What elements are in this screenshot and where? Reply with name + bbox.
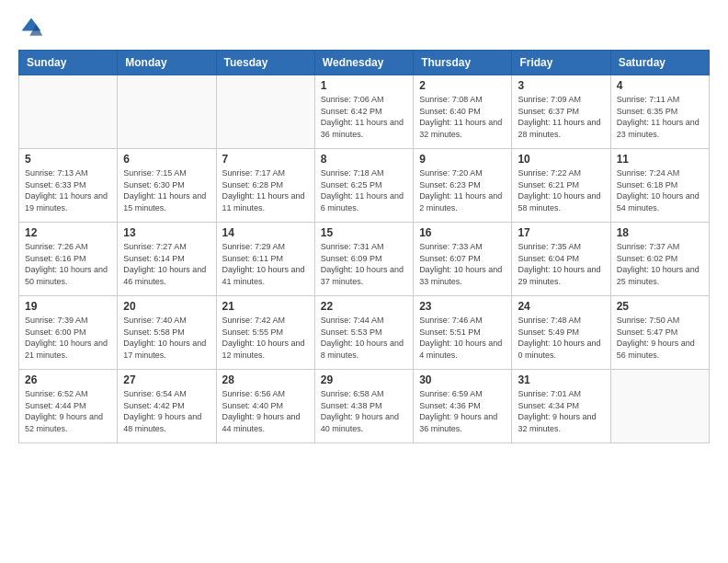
calendar-cell: 26Sunrise: 6:52 AMSunset: 4:44 PMDayligh… bbox=[19, 370, 118, 443]
day-number: 16 bbox=[419, 226, 506, 239]
calendar-cell: 27Sunrise: 6:54 AMSunset: 4:42 PMDayligh… bbox=[118, 370, 216, 443]
calendar-cell: 2Sunrise: 7:08 AMSunset: 6:40 PMDaylight… bbox=[414, 75, 512, 149]
day-number: 31 bbox=[518, 373, 604, 386]
calendar-cell: 29Sunrise: 6:58 AMSunset: 4:38 PMDayligh… bbox=[314, 370, 413, 443]
calendar-cell: 20Sunrise: 7:40 AMSunset: 5:58 PMDayligh… bbox=[118, 296, 216, 370]
day-info: Sunrise: 7:22 AMSunset: 6:21 PMDaylight:… bbox=[518, 167, 604, 213]
calendar-week-row: 19Sunrise: 7:39 AMSunset: 6:00 PMDayligh… bbox=[19, 296, 710, 370]
day-number: 23 bbox=[419, 300, 506, 313]
day-number: 27 bbox=[123, 373, 210, 386]
day-number: 11 bbox=[617, 153, 703, 166]
page: SundayMondayTuesdayWednesdayThursdayFrid… bbox=[0, 0, 728, 563]
column-header-sunday: Sunday bbox=[19, 51, 118, 75]
column-header-tuesday: Tuesday bbox=[216, 51, 314, 75]
calendar-cell: 17Sunrise: 7:35 AMSunset: 6:04 PMDayligh… bbox=[512, 223, 610, 296]
day-info: Sunrise: 7:24 AMSunset: 6:18 PMDaylight:… bbox=[617, 167, 703, 213]
day-info: Sunrise: 7:13 AMSunset: 6:33 PMDaylight:… bbox=[25, 167, 111, 213]
day-number: 13 bbox=[123, 226, 210, 239]
day-number: 26 bbox=[25, 373, 111, 386]
day-info: Sunrise: 7:42 AMSunset: 5:55 PMDaylight:… bbox=[222, 315, 309, 361]
day-number: 24 bbox=[518, 300, 604, 313]
day-info: Sunrise: 6:59 AMSunset: 4:36 PMDaylight:… bbox=[419, 388, 506, 434]
calendar-cell bbox=[610, 370, 709, 443]
day-info: Sunrise: 7:50 AMSunset: 5:47 PMDaylight:… bbox=[617, 315, 703, 361]
day-number: 21 bbox=[222, 300, 309, 313]
calendar-cell: 15Sunrise: 7:31 AMSunset: 6:09 PMDayligh… bbox=[314, 223, 413, 296]
day-number: 9 bbox=[419, 153, 506, 166]
day-info: Sunrise: 7:18 AMSunset: 6:25 PMDaylight:… bbox=[321, 167, 407, 213]
day-number: 30 bbox=[419, 373, 506, 386]
calendar-cell: 18Sunrise: 7:37 AMSunset: 6:02 PMDayligh… bbox=[610, 223, 709, 296]
day-info: Sunrise: 7:06 AMSunset: 6:42 PMDaylight:… bbox=[321, 94, 407, 140]
calendar-cell: 25Sunrise: 7:50 AMSunset: 5:47 PMDayligh… bbox=[610, 296, 709, 370]
day-number: 1 bbox=[321, 79, 407, 92]
column-header-wednesday: Wednesday bbox=[314, 51, 413, 75]
day-info: Sunrise: 7:46 AMSunset: 5:51 PMDaylight:… bbox=[419, 315, 506, 361]
calendar-cell: 14Sunrise: 7:29 AMSunset: 6:11 PMDayligh… bbox=[216, 223, 314, 296]
day-number: 7 bbox=[222, 153, 309, 166]
calendar-week-row: 26Sunrise: 6:52 AMSunset: 4:44 PMDayligh… bbox=[19, 370, 710, 443]
calendar-cell: 3Sunrise: 7:09 AMSunset: 6:37 PMDaylight… bbox=[512, 75, 610, 149]
day-info: Sunrise: 7:48 AMSunset: 5:49 PMDaylight:… bbox=[518, 315, 604, 361]
calendar-cell: 12Sunrise: 7:26 AMSunset: 6:16 PMDayligh… bbox=[19, 223, 118, 296]
header bbox=[18, 15, 710, 40]
calendar-cell bbox=[19, 75, 118, 149]
column-header-saturday: Saturday bbox=[610, 51, 709, 75]
day-number: 29 bbox=[321, 373, 407, 386]
day-info: Sunrise: 7:31 AMSunset: 6:09 PMDaylight:… bbox=[321, 241, 407, 287]
calendar-cell: 23Sunrise: 7:46 AMSunset: 5:51 PMDayligh… bbox=[414, 296, 512, 370]
day-number: 17 bbox=[518, 226, 604, 239]
day-number: 20 bbox=[123, 300, 210, 313]
calendar-cell: 22Sunrise: 7:44 AMSunset: 5:53 PMDayligh… bbox=[314, 296, 413, 370]
day-info: Sunrise: 6:54 AMSunset: 4:42 PMDaylight:… bbox=[123, 388, 210, 434]
column-header-thursday: Thursday bbox=[414, 51, 512, 75]
day-number: 25 bbox=[617, 300, 703, 313]
day-info: Sunrise: 7:35 AMSunset: 6:04 PMDaylight:… bbox=[518, 241, 604, 287]
calendar-cell: 24Sunrise: 7:48 AMSunset: 5:49 PMDayligh… bbox=[512, 296, 610, 370]
calendar-cell bbox=[118, 75, 216, 149]
calendar-table: SundayMondayTuesdayWednesdayThursdayFrid… bbox=[18, 50, 710, 443]
day-info: Sunrise: 7:15 AMSunset: 6:30 PMDaylight:… bbox=[123, 167, 210, 213]
calendar-cell: 6Sunrise: 7:15 AMSunset: 6:30 PMDaylight… bbox=[118, 149, 216, 223]
day-info: Sunrise: 6:56 AMSunset: 4:40 PMDaylight:… bbox=[222, 388, 309, 434]
day-info: Sunrise: 7:37 AMSunset: 6:02 PMDaylight:… bbox=[617, 241, 703, 287]
logo bbox=[18, 15, 48, 40]
day-info: Sunrise: 7:40 AMSunset: 5:58 PMDaylight:… bbox=[123, 315, 210, 361]
calendar-cell bbox=[216, 75, 314, 149]
day-number: 2 bbox=[419, 79, 506, 92]
column-header-monday: Monday bbox=[118, 51, 216, 75]
day-info: Sunrise: 7:39 AMSunset: 6:00 PMDaylight:… bbox=[25, 315, 111, 361]
day-number: 14 bbox=[222, 226, 309, 239]
day-info: Sunrise: 7:09 AMSunset: 6:37 PMDaylight:… bbox=[518, 94, 604, 140]
day-info: Sunrise: 7:26 AMSunset: 6:16 PMDaylight:… bbox=[25, 241, 111, 287]
day-number: 8 bbox=[321, 153, 407, 166]
calendar-cell: 11Sunrise: 7:24 AMSunset: 6:18 PMDayligh… bbox=[610, 149, 709, 223]
day-number: 28 bbox=[222, 373, 309, 386]
day-info: Sunrise: 7:20 AMSunset: 6:23 PMDaylight:… bbox=[419, 167, 506, 213]
calendar-cell: 31Sunrise: 7:01 AMSunset: 4:34 PMDayligh… bbox=[512, 370, 610, 443]
day-info: Sunrise: 7:11 AMSunset: 6:35 PMDaylight:… bbox=[617, 94, 703, 140]
calendar-week-row: 1Sunrise: 7:06 AMSunset: 6:42 PMDaylight… bbox=[19, 75, 710, 149]
calendar-week-row: 12Sunrise: 7:26 AMSunset: 6:16 PMDayligh… bbox=[19, 223, 710, 296]
day-info: Sunrise: 7:33 AMSunset: 6:07 PMDaylight:… bbox=[419, 241, 506, 287]
day-number: 19 bbox=[25, 300, 111, 313]
calendar-cell: 19Sunrise: 7:39 AMSunset: 6:00 PMDayligh… bbox=[19, 296, 118, 370]
day-info: Sunrise: 7:17 AMSunset: 6:28 PMDaylight:… bbox=[222, 167, 309, 213]
calendar-cell: 28Sunrise: 6:56 AMSunset: 4:40 PMDayligh… bbox=[216, 370, 314, 443]
day-number: 6 bbox=[123, 153, 210, 166]
day-number: 3 bbox=[518, 79, 604, 92]
day-info: Sunrise: 7:27 AMSunset: 6:14 PMDaylight:… bbox=[123, 241, 210, 287]
calendar-cell: 30Sunrise: 6:59 AMSunset: 4:36 PMDayligh… bbox=[414, 370, 512, 443]
day-info: Sunrise: 7:29 AMSunset: 6:11 PMDaylight:… bbox=[222, 241, 309, 287]
logo-icon bbox=[18, 15, 44, 40]
calendar-header-row: SundayMondayTuesdayWednesdayThursdayFrid… bbox=[19, 51, 710, 75]
calendar-week-row: 5Sunrise: 7:13 AMSunset: 6:33 PMDaylight… bbox=[19, 149, 710, 223]
calendar-cell: 16Sunrise: 7:33 AMSunset: 6:07 PMDayligh… bbox=[414, 223, 512, 296]
day-number: 12 bbox=[25, 226, 111, 239]
day-info: Sunrise: 6:52 AMSunset: 4:44 PMDaylight:… bbox=[25, 388, 111, 434]
calendar-cell: 1Sunrise: 7:06 AMSunset: 6:42 PMDaylight… bbox=[314, 75, 413, 149]
calendar-cell: 7Sunrise: 7:17 AMSunset: 6:28 PMDaylight… bbox=[216, 149, 314, 223]
day-number: 4 bbox=[617, 79, 703, 92]
day-number: 15 bbox=[321, 226, 407, 239]
calendar-cell: 10Sunrise: 7:22 AMSunset: 6:21 PMDayligh… bbox=[512, 149, 610, 223]
